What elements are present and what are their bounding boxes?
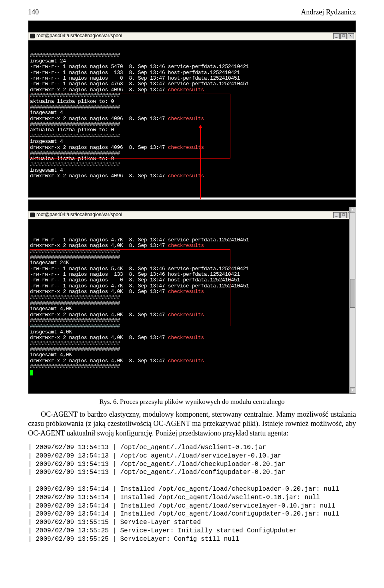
page-header: 140 Andrzej Rydzanicz xyxy=(28,8,356,16)
body-paragraph: OC-AGENT to bardzo elastyczny, modułowy … xyxy=(28,410,356,438)
minimize-button[interactable]: _ xyxy=(333,212,340,218)
scroll-up-button[interactable]: ▲ xyxy=(350,207,355,213)
terminal-icon xyxy=(30,213,35,217)
cursor xyxy=(30,370,33,375)
scroll-down-button[interactable]: ▼ xyxy=(350,387,355,393)
page-number: 140 xyxy=(28,8,39,16)
agent-log: | 2009/02/09 13:54:13 | /opt/oc_agent/./… xyxy=(28,444,356,544)
terminal-window-2: root@pas404:/usr/local/nagios/var/spool … xyxy=(28,199,356,394)
titlebar-2: root@pas404:/usr/local/nagios/var/spool … xyxy=(28,211,356,219)
terminal-title-2: root@pas404:/usr/local/nagios/var/spool xyxy=(36,212,122,218)
terminal-body-2: -rw-rw-r-- 1 nagios nagios 4,7K 8. Sep 1… xyxy=(28,237,356,382)
maximize-button[interactable]: □ xyxy=(340,212,347,218)
terminal-window-1: root@pas404:/usr/local/nagios/var/spool … xyxy=(28,20,356,198)
titlebar-1: root@pas404:/usr/local/nagios/var/spool … xyxy=(28,32,356,40)
maximize-button[interactable]: □ xyxy=(340,33,347,39)
highlight-box-2 xyxy=(30,249,230,326)
terminal-title-1: root@pas404:/usr/local/nagios/var/spool xyxy=(36,33,122,39)
figure-caption: Rys. 6. Proces przesyłu plików wynikowyc… xyxy=(28,398,356,406)
page-author: Andrzej Rydzanicz xyxy=(301,8,356,16)
close-button[interactable]: × xyxy=(348,33,354,39)
minimize-button[interactable]: _ xyxy=(333,33,340,39)
terminal-body-1: ############################## insgesamt… xyxy=(28,52,356,186)
terminal-icon xyxy=(30,34,35,38)
